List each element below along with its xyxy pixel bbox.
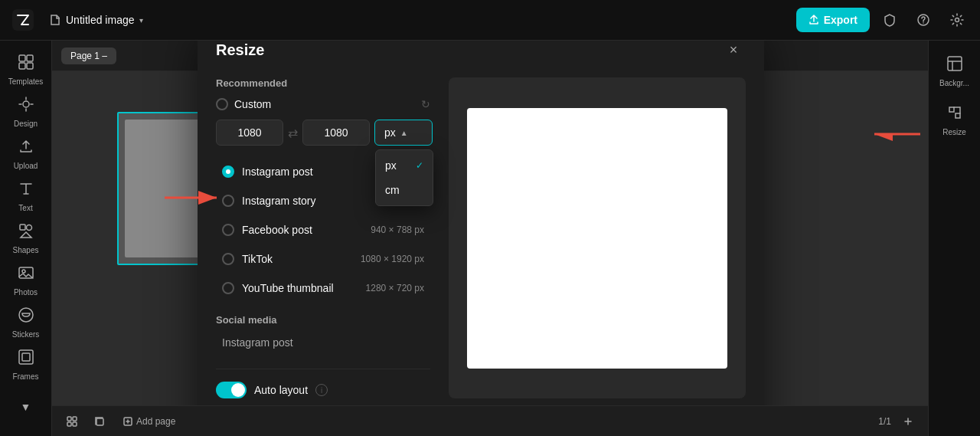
sidebar-right-background[interactable]: Backgr... [933,50,976,93]
sidebar-item-label: Stickers [12,330,40,339]
svg-rect-15 [22,353,30,361]
option-label: YouTube thumbnail [242,282,358,294]
photos-icon [18,264,34,285]
modal-left-panel: Recommended Custom ↻ ⇄ px ▲ px [216,77,430,398]
info-icon[interactable]: i [315,384,328,396]
background-icon [946,55,963,76]
auto-layout-toggle[interactable] [216,382,247,398]
export-label: Export [824,14,858,26]
option-label: Facebook post [242,224,363,236]
social-media-instagram-post[interactable]: Instagram post [216,332,430,353]
tiktok-radio [222,253,234,265]
page-counter: 1/1 [878,416,891,427]
option-dim: 940 × 788 px [371,225,424,235]
svg-rect-20 [73,422,77,426]
resize-label: Resize [942,128,966,136]
svg-rect-14 [19,350,33,364]
instagram-post-radio [222,166,234,178]
sidebar-left: Templates Design Upload Text [0,41,52,436]
social-media-section: Social media Instagram post [216,314,430,353]
sidebar-item-upload[interactable]: Upload [5,134,47,173]
topbar-right: Export [796,6,971,34]
resize-icon [946,104,963,125]
modal-close-button[interactable]: × [721,38,746,62]
text-icon [18,180,34,201]
svg-rect-4 [19,55,25,61]
sidebar-item-label: Design [14,120,38,128]
sidebar-item-frames[interactable]: Frames [5,346,47,385]
preview-canvas [467,108,727,369]
svg-rect-17 [67,417,71,421]
add-page-icon [122,416,133,427]
background-label: Backgr... [939,79,969,87]
auto-layout-row: Auto layout i [216,369,430,398]
sidebar-item-label: Photos [14,288,38,297]
custom-radio[interactable] [216,98,228,110]
resize-option-youtube-thumbnail[interactable]: YouTube thumbnail 1280 × 720 px [216,274,430,302]
resize-option-facebook-post[interactable]: Facebook post 940 × 788 px [216,216,430,244]
sidebar-item-shapes[interactable]: Shapes [5,218,47,257]
sidebar-item-label: Frames [13,372,39,381]
svg-rect-7 [27,63,33,69]
templates-icon [18,54,34,74]
upload-icon [18,138,34,159]
zoom-button[interactable] [897,411,919,432]
sidebar-item-design[interactable]: Design [5,92,47,131]
svg-point-8 [23,101,29,107]
settings-icon-button[interactable] [943,6,971,34]
sidebar-item-text[interactable]: Text [5,176,47,215]
custom-label: Custom [234,98,415,110]
sidebar-item-label: Upload [14,162,38,170]
youtube-thumbnail-radio [222,282,234,294]
svg-point-13 [22,270,25,273]
grid-icon [66,415,78,428]
resize-modal: Resize × Recommended Custom ↻ ⇄ px ▲ [198,19,764,436]
bottom-icon-2[interactable] [89,411,110,432]
option-label: TikTok [242,253,353,265]
sidebar-item-label: Templates [8,77,44,86]
sidebar-item-label: Shapes [13,246,39,254]
svg-rect-19 [67,422,71,426]
svg-marker-11 [21,232,31,238]
file-icon [49,14,61,26]
chevron-down-icon: ▼ [21,401,31,413]
export-button[interactable]: Export [796,8,870,32]
unit-option-cm[interactable]: cm [376,178,433,202]
unit-dropdown[interactable]: px ▲ px ✓ cm [374,120,433,146]
zoom-icon [902,415,914,428]
svg-rect-0 [12,9,34,31]
stickers-icon [18,307,34,327]
shield-icon-button[interactable] [876,6,903,34]
svg-point-3 [956,18,959,22]
svg-rect-18 [73,417,77,421]
modal-preview-panel [449,77,746,398]
svg-rect-16 [948,57,962,70]
sidebar-collapse-button[interactable]: ▼ [5,388,47,427]
chevron-down-icon: ▾ [139,16,143,25]
export-icon [808,15,819,25]
sidebar-item-photos[interactable]: Photos [5,261,47,300]
file-title-button[interactable]: Untitled image ▾ [43,11,149,29]
refresh-icon[interactable]: ↻ [421,98,430,110]
sidebar-right-resize[interactable]: Resize [933,99,976,142]
recommended-section-title: Recommended [216,77,430,89]
height-input[interactable] [302,120,370,146]
sidebar-item-stickers[interactable]: Stickers [5,303,47,343]
sidebar-item-templates[interactable]: Templates [5,50,47,89]
check-icon: ✓ [416,160,423,171]
svg-rect-21 [96,418,103,425]
resize-option-tiktok[interactable]: TikTok 1080 × 1920 px [216,245,430,273]
topbar: Untitled image ▾ Export [0,0,980,41]
dimension-row: ⇄ px ▲ px ✓ cm [216,120,430,146]
swap-icon[interactable]: ⇄ [288,126,298,140]
facebook-post-radio [222,224,234,236]
unit-option-px[interactable]: px ✓ [376,153,433,178]
help-icon-button[interactable] [910,6,937,34]
add-page-button[interactable]: Add page [116,413,181,430]
help-icon [916,13,930,27]
instagram-story-radio [222,195,234,207]
svg-point-10 [26,225,31,230]
page-tab-1[interactable]: Page 1 – [61,48,116,64]
bottom-icon-1[interactable] [61,411,83,432]
width-input[interactable] [216,120,283,146]
